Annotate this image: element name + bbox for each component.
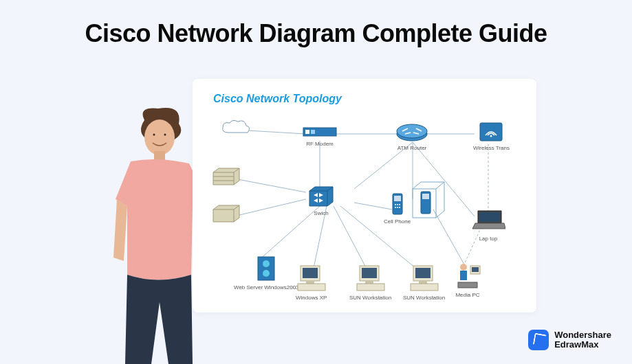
svg-line-11 (234, 179, 306, 192)
svg-rect-23 (311, 130, 315, 134)
svg-point-35 (395, 207, 396, 208)
svg-line-15 (334, 206, 368, 271)
svg-rect-45 (303, 268, 318, 278)
svg-rect-54 (419, 281, 427, 284)
node-label: RF Modem (303, 141, 337, 147)
node-label: ATM Router (395, 145, 428, 151)
brand-logo: Wondershare EdrawMax (528, 330, 611, 350)
modem-icon (303, 127, 337, 138)
cloud-icon (220, 119, 251, 138)
svg-rect-31 (394, 196, 401, 201)
svg-rect-57 (460, 271, 467, 280)
node-label: Windows XP (296, 295, 327, 301)
svg-point-36 (397, 207, 398, 208)
brand-line1: Wondershare (554, 330, 611, 340)
node-windows-xp: Windows XP (296, 264, 327, 301)
node-web-server: Web Server Windows2003 (234, 254, 299, 291)
cellphone-icon (391, 192, 404, 216)
edrawmax-logo-icon (528, 330, 549, 350)
router-icon (395, 119, 428, 142)
svg-point-37 (399, 207, 400, 208)
svg-rect-46 (306, 281, 314, 284)
node-sun-ws-1: SUN Workstation (349, 264, 391, 301)
node-label: SUN Workstation (403, 295, 445, 301)
node-label: Media PC (453, 292, 483, 298)
svg-point-42 (263, 260, 270, 267)
node-media-pc: Media PC (453, 259, 483, 298)
svg-point-0 (144, 120, 175, 155)
node-label: Lap top (471, 236, 505, 242)
svg-point-32 (395, 204, 396, 205)
diagram-card: Cisco Network Topology RF Mo (193, 79, 536, 312)
node-storage-2 (212, 204, 241, 225)
svg-rect-60 (472, 267, 479, 272)
svg-rect-1 (154, 151, 165, 161)
svg-rect-22 (305, 130, 309, 134)
svg-point-56 (460, 264, 467, 271)
svg-line-12 (234, 199, 306, 216)
pc-icon (409, 264, 439, 292)
node-label: Cell Phone (384, 218, 411, 225)
svg-point-34 (399, 204, 400, 205)
page-title: Cisco Network Diagram Complete Guide (0, 0, 632, 48)
node-phone-device (411, 181, 446, 220)
svg-point-33 (397, 204, 398, 205)
svg-point-43 (263, 270, 270, 277)
node-storage-1 (212, 167, 241, 187)
switch-icon (308, 185, 334, 207)
node-cloud (220, 119, 251, 141)
svg-point-27 (490, 135, 492, 137)
svg-line-4 (248, 130, 306, 134)
svg-point-25 (397, 124, 427, 138)
node-switch: Swich (308, 185, 334, 216)
svg-rect-39 (422, 194, 429, 199)
node-label: SUN Workstation (349, 295, 391, 301)
svg-rect-55 (411, 284, 438, 291)
svg-rect-40 (479, 212, 500, 222)
node-laptop: Lap top (471, 209, 505, 242)
pc-icon (356, 264, 386, 292)
diagram-title: Cisco Network Topology (213, 93, 342, 105)
svg-rect-53 (415, 268, 431, 278)
server-icon (252, 254, 280, 282)
svg-rect-50 (365, 281, 373, 284)
wireless-icon (479, 122, 503, 142)
node-cell-phone: Cell Phone (384, 192, 411, 225)
node-label: Wireless Trans (473, 145, 510, 151)
node-rf-modem: RF Modem (303, 127, 337, 147)
svg-rect-47 (298, 284, 325, 291)
pc-icon (296, 264, 327, 292)
brand-text: Wondershare EdrawMax (554, 330, 611, 350)
phone-box-icon (411, 181, 446, 219)
svg-rect-58 (458, 282, 477, 288)
node-wireless-trans: Wireless Trans (473, 122, 510, 151)
node-label: Swich (308, 210, 334, 216)
node-sun-ws-2: SUN Workstation (403, 264, 445, 301)
svg-point-2 (153, 134, 155, 136)
node-label: Web Server Windows2003 (234, 284, 299, 291)
svg-rect-49 (362, 268, 377, 278)
svg-rect-51 (357, 284, 384, 291)
svg-point-3 (164, 134, 166, 136)
storage-icon (212, 204, 241, 223)
storage-icon (212, 167, 241, 186)
mediapc-icon (453, 259, 483, 289)
laptop-icon (471, 209, 505, 233)
brand-line2: EdrawMax (554, 340, 611, 350)
node-atm-router: ATM Router (395, 119, 428, 151)
